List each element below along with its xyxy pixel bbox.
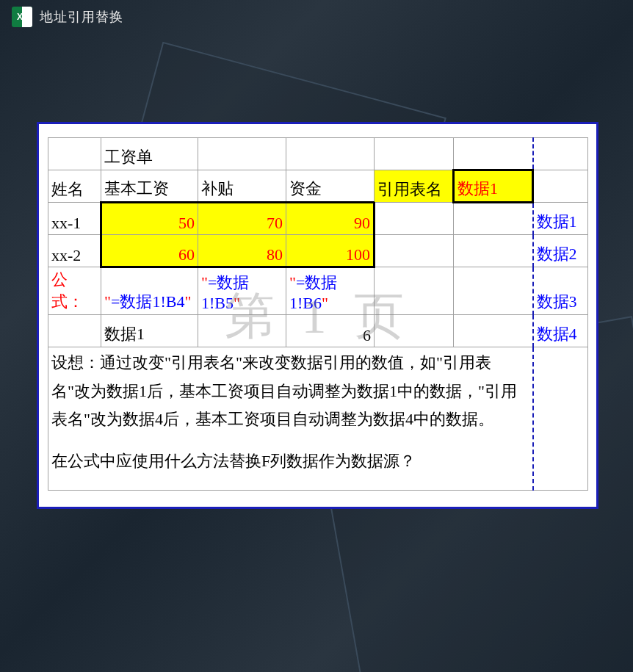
cell[interactable] [48, 315, 101, 347]
cell-name-header[interactable]: 姓名 [48, 170, 101, 203]
cell[interactable] [454, 203, 533, 235]
cell-refvalue[interactable]: 数据1 [454, 170, 533, 203]
cell-salary-header[interactable]: 基本工资 [101, 170, 198, 203]
cell[interactable] [198, 138, 286, 170]
cell[interactable] [198, 315, 286, 347]
cell-val[interactable]: 6 [286, 315, 375, 347]
cell-val[interactable]: 90 [286, 203, 375, 235]
excel-icon: X [12, 7, 32, 27]
app-header: X 地址引用替换 [0, 0, 633, 34]
description-row: 设想：通过改变"引用表名"来改变数据引用的数值，如"引用表名"改为数据1后，基本… [48, 347, 588, 491]
spreadsheet-grid: 工资单 姓名 基本工资 补贴 资金 引用表名 数据1 xx-1 50 70 90… [48, 137, 588, 491]
cell-val[interactable]: 50 [101, 203, 198, 235]
cell-sheet-link[interactable]: 数据1 [533, 203, 588, 235]
spreadsheet-page: 第 1 页 工资单 姓名 基本工资 补贴 资金 引用表名 数据1 xx-1 50 [37, 122, 598, 509]
cell[interactable] [454, 267, 533, 315]
cell[interactable] [375, 267, 454, 315]
cell[interactable] [375, 315, 454, 347]
cell-name[interactable]: xx-2 [48, 235, 101, 267]
cell-title[interactable]: 工资单 [101, 138, 198, 170]
data-row-2: xx-2 60 80 100 数据2 [48, 235, 588, 267]
formula-row: 公式： "=数据1!B4" "=数据1!B5" "=数据1!B6" 数据3 [48, 267, 588, 315]
cell[interactable] [454, 235, 533, 267]
cell-name[interactable]: xx-1 [48, 203, 101, 235]
title-row: 工资单 [48, 138, 588, 170]
cell[interactable] [454, 315, 533, 347]
cell-val[interactable]: 80 [198, 235, 286, 267]
cell-val[interactable]: 60 [101, 235, 198, 267]
cell[interactable] [286, 138, 375, 170]
document-title: 地址引用替换 [40, 8, 123, 26]
cell-formula-label[interactable]: 公式： [48, 267, 101, 315]
cell[interactable] [533, 347, 588, 491]
cell-formula[interactable]: "=数据1!B5" [198, 267, 286, 315]
cell[interactable] [375, 235, 454, 267]
cell-formula[interactable]: "=数据1!B6" [286, 267, 375, 315]
header-row: 姓名 基本工资 补贴 资金 引用表名 数据1 [48, 170, 588, 203]
cell[interactable] [375, 138, 454, 170]
cell[interactable] [48, 138, 101, 170]
description-text[interactable]: 设想：通过改变"引用表名"来改变数据引用的数值，如"引用表名"改为数据1后，基本… [48, 347, 533, 491]
extra-row: 数据1 6 数据4 [48, 315, 588, 347]
cell[interactable] [533, 138, 588, 170]
cell-val[interactable]: 100 [286, 235, 375, 267]
cell-formula[interactable]: "=数据1!B4" [101, 267, 198, 315]
cell-sheet-link[interactable]: 数据4 [533, 315, 588, 347]
cell-val[interactable]: 数据1 [101, 315, 198, 347]
cell-bonus-header[interactable]: 资金 [286, 170, 375, 203]
cell-sheet-link[interactable]: 数据3 [533, 267, 588, 315]
cell-refname-header[interactable]: 引用表名 [375, 170, 454, 203]
data-row-1: xx-1 50 70 90 数据1 [48, 203, 588, 235]
cell[interactable] [533, 170, 588, 203]
cell[interactable] [454, 138, 533, 170]
cell-allowance-header[interactable]: 补贴 [198, 170, 286, 203]
cell[interactable] [375, 203, 454, 235]
cell-sheet-link[interactable]: 数据2 [533, 235, 588, 267]
cell-val[interactable]: 70 [198, 203, 286, 235]
